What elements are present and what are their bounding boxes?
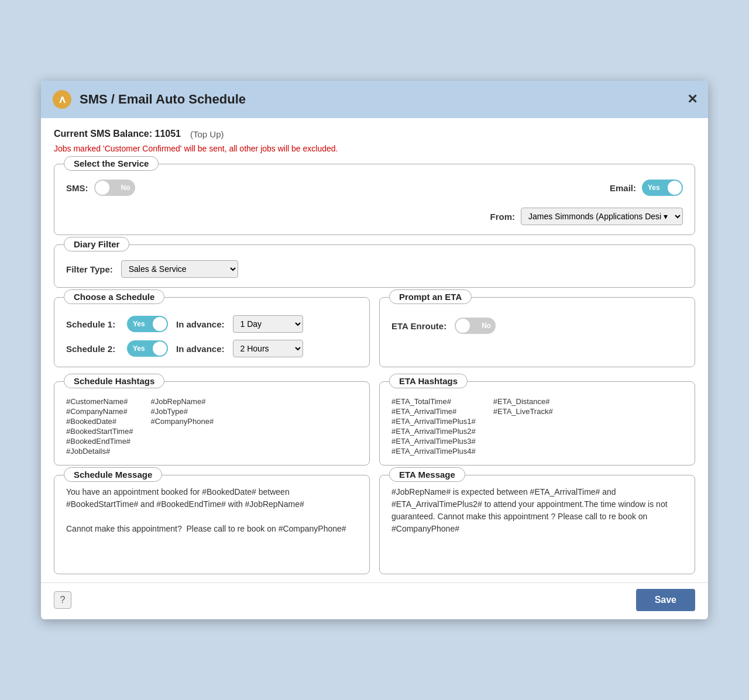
sms-label: SMS: (66, 183, 88, 193)
schedule2-row: Schedule 2: Yes In advance: 2 Hours 1 Da… (66, 340, 358, 357)
eta-hashtag-col1: #ETA_TotalTime# #ETA_ArrivalTime# #ETA_A… (391, 397, 476, 456)
schedule2-toggle-text: Yes (133, 344, 145, 353)
top-up-link[interactable]: (Top Up) (190, 129, 224, 139)
messages-row: Schedule Message You have an appointment… (54, 475, 695, 574)
app-logo: ʌ (51, 89, 73, 110)
hashtag-item: #ETA_ArrivalTimePlus1# (391, 417, 476, 426)
main-dialog: ʌ SMS / Email Auto Schedule ✕ Current SM… (41, 81, 708, 619)
schedule-hashtags-grid: #CustomerName# #CompanyName# #BookedDate… (66, 397, 358, 456)
choose-schedule-label: Choose a Schedule (64, 289, 164, 304)
choose-schedule-box: Choose a Schedule Schedule 1: Yes In adv… (54, 297, 370, 367)
schedule-message-textarea[interactable]: You have an appointment booked for #Book… (66, 486, 358, 562)
filter-type-select[interactable]: Sales & Service Sales Service All (121, 260, 238, 278)
email-toggle-text: Yes (648, 184, 660, 192)
sms-toggle-knob (95, 181, 109, 195)
dialog-footer: ? Save (41, 582, 708, 619)
schedule2-label: Schedule 2: (66, 344, 119, 354)
schedule-hashtags-label: Schedule Hashtags (64, 374, 164, 388)
eta-hashtags-box: ETA Hashtags #ETA_TotalTime# #ETA_Arriva… (379, 381, 695, 465)
warning-text: Jobs marked 'Customer Confirmed' will be… (54, 144, 695, 153)
service-inner: SMS: No Email: Yes From (66, 180, 683, 225)
diary-filter-box: Diary Filter Filter Type: Sales & Servic… (54, 244, 695, 288)
hashtag-item: #ETA_TotalTime# (391, 397, 476, 406)
dialog-title: SMS / Email Auto Schedule (80, 92, 246, 107)
email-from-group: Email: Yes From: James Simmonds (Applica… (490, 180, 683, 225)
hashtag-item: #ETA_ArrivalTime# (391, 407, 476, 416)
eta-hashtags-label: ETA Hashtags (389, 374, 468, 388)
hashtag-item: #ETA_LiveTrack# (493, 407, 553, 416)
schedule-message-label: Schedule Message (64, 467, 162, 482)
sms-balance-text: Current SMS Balance: 11051 (54, 129, 181, 139)
from-row: From: James Simmonds (Applications Desi … (490, 208, 683, 225)
schedule-message-box: Schedule Message You have an appointment… (54, 475, 370, 574)
email-label: Email: (610, 183, 636, 193)
in-advance2-select[interactable]: 2 Hours 1 Day 4 Hours 1 Week (233, 340, 303, 357)
schedule-eta-row: Choose a Schedule Schedule 1: Yes In adv… (54, 297, 695, 377)
save-button[interactable]: Save (636, 589, 695, 611)
schedule2-toggle-knob (153, 342, 167, 356)
in-advance1-label: In advance: (176, 319, 225, 329)
schedule1-label: Schedule 1: (66, 319, 119, 329)
header-left: ʌ SMS / Email Auto Schedule (51, 89, 246, 110)
hashtag-item: #CustomerName# (66, 397, 133, 406)
schedule1-toggle-knob (153, 317, 167, 331)
hashtag-item: #BookedEndTime# (66, 437, 133, 446)
schedule-hashtag-col1: #CustomerName# #CompanyName# #BookedDate… (66, 397, 133, 456)
eta-message-label: ETA Message (389, 467, 465, 482)
email-toggle-knob (668, 181, 682, 195)
sms-balance-row: Current SMS Balance: 11051 (Top Up) (54, 129, 695, 139)
eta-enroute-toggle-text: No (482, 322, 491, 330)
eta-message-textarea[interactable]: #JobRepName# is expected between #ETA_Ar… (391, 486, 683, 562)
from-select[interactable]: James Simmonds (Applications Desi ▾ (521, 208, 683, 225)
hashtag-item: #CompanyName# (66, 407, 133, 416)
hashtag-item: #ETA_ArrivalTimePlus3# (391, 437, 476, 446)
sms-service-item: SMS: No (66, 180, 135, 196)
select-service-box: Select the Service SMS: No Email: Yes (54, 164, 695, 235)
diary-filter-label: Diary Filter (64, 237, 129, 251)
eta-hashtags-grid: #ETA_TotalTime# #ETA_ArrivalTime# #ETA_A… (391, 397, 683, 456)
dialog-header: ʌ SMS / Email Auto Schedule ✕ (41, 81, 708, 118)
hashtag-item: #JobRepName# (150, 397, 214, 406)
eta-message-box: ETA Message #JobRepName# is expected bet… (379, 475, 695, 574)
email-service-item: Email: Yes (610, 180, 683, 196)
schedule1-toggle[interactable]: Yes (127, 316, 168, 332)
sms-toggle[interactable]: No (94, 180, 135, 196)
hashtag-item: #JobType# (150, 407, 214, 416)
prompt-eta-box: Prompt an ETA ETA Enroute: No (379, 297, 695, 367)
eta-enroute-toggle-knob (456, 319, 470, 333)
eta-enroute-toggle[interactable]: No (455, 318, 496, 334)
in-advance1-select[interactable]: 1 Day 2 Hours 4 Hours 1 Week (233, 315, 303, 333)
select-service-label: Select the Service (64, 156, 159, 171)
schedule1-row: Schedule 1: Yes In advance: 1 Day 2 Hour… (66, 315, 358, 333)
from-label: From: (490, 212, 516, 222)
hashtag-item: #JobDetails# (66, 447, 133, 456)
filter-type-label: Filter Type: (66, 264, 113, 274)
close-button[interactable]: ✕ (687, 93, 698, 106)
hashtag-item: #ETA_Distance# (493, 397, 553, 406)
schedule1-toggle-text: Yes (133, 320, 145, 328)
hashtag-item: #BookedStartTime# (66, 427, 133, 436)
svg-text:ʌ: ʌ (59, 94, 66, 105)
schedule2-toggle[interactable]: Yes (127, 340, 168, 357)
email-toggle[interactable]: Yes (642, 180, 683, 196)
in-advance2-label: In advance: (176, 344, 225, 354)
schedule-hashtags-box: Schedule Hashtags #CustomerName# #Compan… (54, 381, 370, 465)
hashtag-item: #ETA_ArrivalTimePlus2# (391, 427, 476, 436)
sms-toggle-text: No (121, 184, 130, 192)
eta-hashtag-col2: #ETA_Distance# #ETA_LiveTrack# (493, 397, 553, 456)
eta-enroute-row: ETA Enroute: No (391, 318, 683, 334)
hashtag-item: #BookedDate# (66, 417, 133, 426)
filter-row: Filter Type: Sales & Service Sales Servi… (66, 260, 683, 278)
help-button[interactable]: ? (54, 591, 71, 609)
prompt-eta-label: Prompt an ETA (389, 289, 472, 304)
schedule-hashtag-col2: #JobRepName# #JobType# #CompanyPhone# (150, 397, 214, 456)
dialog-body: Current SMS Balance: 11051 (Top Up) Jobs… (41, 118, 708, 582)
hashtags-row: Schedule Hashtags #CustomerName# #Compan… (54, 377, 695, 475)
hashtag-item: #ETA_ArrivalTimePlus4# (391, 447, 476, 456)
eta-enroute-label: ETA Enroute: (391, 321, 446, 331)
hashtag-item: #CompanyPhone# (150, 417, 214, 426)
